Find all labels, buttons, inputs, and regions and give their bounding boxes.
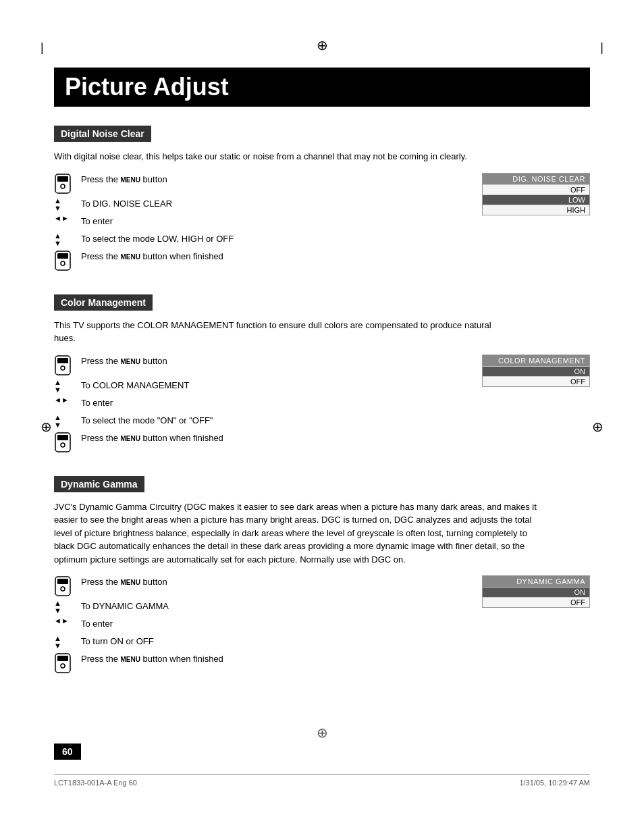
- corner-mark-tl: |: [41, 41, 44, 55]
- step-text: To DYNAMIC GAMMA: [81, 600, 455, 613]
- steps-list-dg: Press the Menu button ▲▼ To DYNAMIC GAMM…: [54, 575, 455, 677]
- menu-box-item: OFF: [483, 184, 589, 194]
- cross-mark-top: ⊕: [317, 37, 328, 53]
- section-header-dnc: Digital Noise Clear: [54, 126, 151, 142]
- step-item: ▲▼ To select the mode "ON" or "OFF": [54, 414, 455, 429]
- section-header-dg: Dynamic Gamma: [54, 476, 144, 492]
- arrow-ud-icon: ▲▼: [54, 635, 78, 650]
- step-text: Press the Menu button: [81, 355, 455, 368]
- svg-point-11: [61, 443, 65, 447]
- menu-box-dg: DYNAMIC GAMMA ON OFF: [482, 575, 590, 608]
- page-number: 60: [62, 746, 73, 757]
- step-text: To turn ON or OFF: [81, 635, 455, 648]
- remote-icon: [54, 173, 78, 194]
- step-text: To enter: [81, 215, 455, 228]
- section-desc-dg: JVC's Dynamic Gamma Circuitry (DGC makes…: [54, 500, 540, 567]
- steps-row-dnc: Press the Menu button ▲▼ To DIG. NOISE C…: [54, 173, 590, 274]
- step-text: To enter: [81, 396, 455, 410]
- corner-mark-tr: |: [600, 41, 603, 55]
- steps-list-cm: Press the Menu button ▲▼ To COLOR MANAGE…: [54, 355, 455, 456]
- step-text: To select the mode LOW, HIGH or OFF: [81, 232, 455, 246]
- content-area: Picture Adjust Digital Noise Clear With …: [54, 0, 590, 677]
- menu-box-header: DIG. NOISE CLEAR: [483, 174, 589, 184]
- step-text: To enter: [81, 617, 455, 631]
- step-item: ▲▼ To DYNAMIC GAMMA: [54, 600, 455, 615]
- svg-point-17: [61, 664, 65, 668]
- menu-box-header: COLOR MANAGEMENT: [483, 355, 589, 366]
- step-item: Press the Menu button: [54, 575, 455, 597]
- step-text: To DIG. NOISE CLEAR: [81, 197, 455, 211]
- footer-left: LCT1833-001A-A Eng 60: [54, 779, 137, 787]
- section-header-cm: Color Management: [54, 294, 153, 311]
- menu-box-item-selected: ON: [483, 366, 589, 376]
- svg-rect-13: [57, 579, 68, 584]
- arrow-lr-icon: ◄►: [54, 396, 78, 404]
- step-item: Press the Menu button when finished: [54, 250, 455, 271]
- step-item: ▲▼ To select the mode LOW, HIGH or OFF: [54, 232, 455, 247]
- step-item: ▲▼ To COLOR MANAGEMENT: [54, 379, 455, 394]
- step-text: Press the Menu button when finished: [81, 652, 455, 666]
- section-desc-dnc: With digital noise clear, this helps tak…: [54, 150, 513, 163]
- menu-box-item-selected: LOW: [483, 194, 589, 205]
- svg-point-5: [61, 261, 65, 265]
- step-text: To select the mode "ON" or "OFF": [81, 414, 455, 427]
- steps-list-dnc: Press the Menu button ▲▼ To DIG. NOISE C…: [54, 173, 455, 274]
- step-item: ◄► To enter: [54, 617, 455, 632]
- step-item: Press the Menu button: [54, 355, 455, 376]
- step-text: Press the Menu button: [81, 173, 455, 186]
- arrow-ud-icon: ▲▼: [54, 600, 78, 615]
- page-title: Picture Adjust: [65, 73, 579, 101]
- page-number-box: 60: [54, 744, 81, 760]
- svg-point-8: [61, 366, 65, 370]
- svg-rect-1: [57, 176, 68, 182]
- remote-icon: [54, 575, 78, 597]
- step-item: ◄► To enter: [54, 215, 455, 230]
- remote-icon: [54, 652, 78, 674]
- step-item: Press the Menu button: [54, 173, 455, 194]
- cross-mark-mid-right: ⊕: [592, 419, 603, 435]
- arrow-lr-icon: ◄►: [54, 617, 78, 625]
- arrow-ud-icon: ▲▼: [54, 197, 78, 212]
- menu-box-item-selected: ON: [483, 587, 589, 597]
- remote-icon: [54, 250, 78, 271]
- footer: LCT1833-001A-A Eng 60 ⊕ 1/31/05, 10:29:4…: [54, 774, 590, 787]
- step-text: To COLOR MANAGEMENT: [81, 379, 455, 392]
- svg-rect-7: [57, 358, 68, 363]
- section-color-management: Color Management This TV supports the CO…: [54, 294, 590, 456]
- arrow-ud-icon: ▲▼: [54, 414, 78, 429]
- section-dynamic-gamma: Dynamic Gamma JVC's Dynamic Gamma Circui…: [54, 476, 590, 677]
- menu-box-item: OFF: [483, 376, 589, 386]
- step-text: Press the Menu button when finished: [81, 432, 455, 445]
- steps-row-cm: Press the Menu button ▲▼ To COLOR MANAGE…: [54, 355, 590, 456]
- footer-right: 1/31/05, 10:29:47 AM: [519, 779, 590, 787]
- menu-box-header: DYNAMIC GAMMA: [483, 576, 589, 587]
- svg-rect-10: [57, 435, 68, 440]
- page-title-block: Picture Adjust: [54, 68, 590, 107]
- remote-icon: [54, 355, 78, 376]
- section-digital-noise-clear: Digital Noise Clear With digital noise c…: [54, 126, 590, 274]
- step-item: ▲▼ To DIG. NOISE CLEAR: [54, 197, 455, 212]
- step-text: Press the Menu button: [81, 575, 455, 589]
- steps-row-dg: Press the Menu button ▲▼ To DYNAMIC GAMM…: [54, 575, 590, 677]
- svg-point-2: [61, 184, 65, 188]
- svg-rect-16: [57, 656, 68, 661]
- arrow-lr-icon: ◄►: [54, 215, 78, 222]
- step-item: Press the Menu button when finished: [54, 652, 455, 674]
- section-desc-cm: This TV supports the COLOR MANAGEMENT fu…: [54, 319, 513, 345]
- menu-box-dnc: DIG. NOISE CLEAR OFF LOW HIGH: [482, 173, 590, 215]
- menu-box-cm: COLOR MANAGEMENT ON OFF: [482, 355, 590, 387]
- svg-rect-4: [57, 253, 68, 259]
- step-item: ◄► To enter: [54, 396, 455, 411]
- step-text: Press the Menu button when finished: [81, 250, 455, 263]
- menu-box-item: HIGH: [483, 205, 589, 215]
- menu-box-item: OFF: [483, 597, 589, 607]
- step-item: ▲▼ To turn ON or OFF: [54, 635, 455, 650]
- cross-mark-bottom: ⊕: [317, 725, 328, 741]
- remote-icon: [54, 432, 78, 453]
- page-container: | | ⊕ ⊕ ⊕ Picture Adjust Digital Noise C…: [0, 0, 644, 834]
- arrow-ud-icon: ▲▼: [54, 379, 78, 394]
- step-item: Press the Menu button when finished: [54, 432, 455, 453]
- arrow-ud-icon: ▲▼: [54, 232, 78, 247]
- svg-point-14: [61, 587, 65, 591]
- cross-mark-mid-left: ⊕: [41, 419, 52, 435]
